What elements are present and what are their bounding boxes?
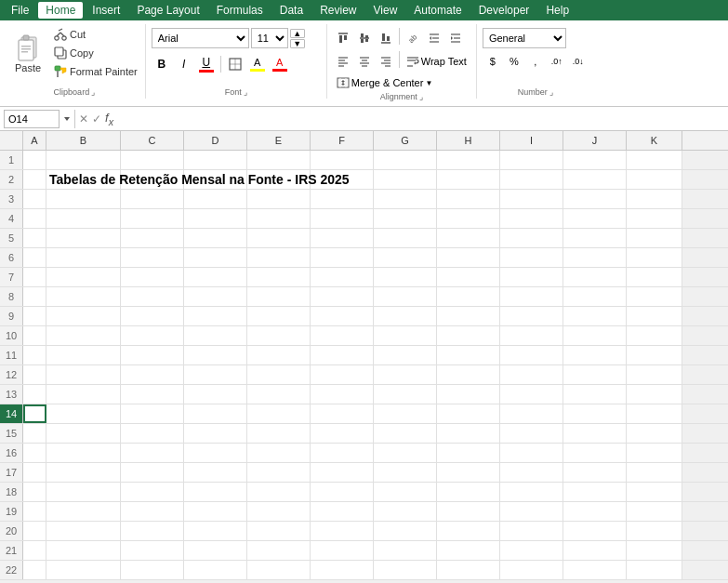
cell-11-I[interactable] (500, 346, 563, 364)
cancel-formula-icon[interactable]: ✕ (79, 113, 88, 126)
cell-9-E[interactable] (247, 307, 311, 325)
cell-15-J[interactable] (563, 424, 627, 443)
cell-13-E[interactable] (247, 385, 311, 404)
cell-20-J[interactable] (563, 522, 627, 540)
cell-19-J[interactable] (563, 502, 627, 521)
cell-14-F[interactable] (311, 404, 374, 423)
italic-button[interactable]: I (174, 54, 194, 74)
percent-button[interactable]: % (504, 51, 524, 72)
cell-20-H[interactable] (437, 522, 500, 540)
menu-item-automate[interactable]: Automate (406, 2, 469, 19)
col-header-g[interactable]: G (374, 131, 437, 150)
cell-15-G[interactable] (374, 424, 437, 443)
cell-19-I[interactable] (500, 502, 563, 521)
cell-15-I[interactable] (500, 424, 563, 443)
cell-18-H[interactable] (437, 483, 500, 501)
cell-5-F[interactable] (311, 229, 374, 247)
cell-16-J[interactable] (563, 444, 627, 462)
menu-item-page layout[interactable]: Page Layout (129, 2, 206, 19)
cell-15-B[interactable] (46, 424, 121, 443)
col-header-k[interactable]: K (627, 131, 682, 150)
cell-6-G[interactable] (374, 248, 437, 267)
row-num-8[interactable]: 8 (0, 287, 23, 306)
cell-11-K[interactable] (627, 346, 682, 364)
cell-7-C[interactable] (121, 268, 184, 286)
cell-9-I[interactable] (500, 307, 563, 325)
cell-17-E[interactable] (247, 463, 311, 482)
cell-16-I[interactable] (500, 444, 563, 462)
cell-13-I[interactable] (500, 385, 563, 404)
cell-13-B[interactable] (46, 385, 121, 404)
cell-16-K[interactable] (627, 444, 682, 462)
cell-13-H[interactable] (437, 385, 500, 404)
col-header-a[interactable]: A (23, 131, 46, 150)
font-expand-icon[interactable]: ⌟ (244, 87, 247, 97)
menu-item-insert[interactable]: Insert (85, 2, 127, 19)
cell-8-A[interactable] (23, 287, 46, 306)
cell-17-J[interactable] (563, 463, 627, 482)
cell-19-K[interactable] (627, 502, 682, 521)
cell-21-B[interactable] (46, 541, 121, 560)
menu-item-file[interactable]: File (4, 2, 36, 19)
cell-5-B[interactable] (46, 229, 121, 247)
cell-12-C[interactable] (121, 365, 184, 384)
cell-6-B[interactable] (46, 248, 121, 267)
decimal-decrease-button[interactable]: .0↓ (568, 51, 589, 72)
row-num-18[interactable]: 18 (0, 483, 23, 501)
cell-19-B[interactable] (46, 502, 121, 521)
col-header-h[interactable]: H (437, 131, 500, 150)
cell-8-C[interactable] (121, 287, 184, 306)
row-num-16[interactable]: 16 (0, 444, 23, 462)
cell-6-J[interactable] (563, 248, 627, 267)
row-num-2[interactable]: 2 (0, 170, 23, 189)
cell-2-I[interactable] (500, 170, 563, 189)
cell-10-B[interactable] (46, 326, 121, 345)
cell-7-E[interactable] (247, 268, 311, 286)
cell-17-A[interactable] (23, 463, 46, 482)
fill-color-button[interactable]: A (247, 54, 268, 74)
cell-11-A[interactable] (23, 346, 46, 364)
cell-11-H[interactable] (437, 346, 500, 364)
cell-9-F[interactable] (311, 307, 374, 325)
cell-12-A[interactable] (23, 365, 46, 384)
cell-2-B[interactable]: Tabelas de Retenção Mensal na Fonte - IR… (46, 170, 121, 189)
bold-button[interactable]: B (152, 54, 172, 74)
cell-10-J[interactable] (563, 326, 627, 345)
cell-9-A[interactable] (23, 307, 46, 325)
col-header-c[interactable]: C (121, 131, 184, 150)
cell-19-D[interactable] (184, 502, 247, 521)
merge-dropdown-icon[interactable]: ▼ (425, 79, 432, 87)
cell-12-G[interactable] (374, 365, 437, 384)
cell-7-J[interactable] (563, 268, 627, 286)
cell-18-D[interactable] (184, 483, 247, 501)
cell-4-E[interactable] (247, 209, 311, 228)
row-num-21[interactable]: 21 (0, 541, 23, 560)
menu-item-home[interactable]: Home (38, 2, 83, 19)
row-num-7[interactable]: 7 (0, 268, 23, 286)
cell-6-D[interactable] (184, 248, 247, 267)
cell-19-A[interactable] (23, 502, 46, 521)
cell-18-E[interactable] (247, 483, 311, 501)
cell-1-K[interactable] (627, 151, 682, 169)
cell-17-F[interactable] (311, 463, 374, 482)
cell-7-I[interactable] (500, 268, 563, 286)
cell-3-A[interactable] (23, 190, 46, 208)
cell-7-A[interactable] (23, 268, 46, 286)
cell-14-K[interactable] (627, 404, 682, 423)
border-button[interactable] (225, 54, 245, 74)
cell-12-I[interactable] (500, 365, 563, 384)
cell-10-K[interactable] (627, 326, 682, 345)
row-num-20[interactable]: 20 (0, 522, 23, 540)
cell-14-G[interactable] (374, 404, 437, 423)
alignment-expand-icon[interactable]: ⌟ (419, 92, 423, 101)
cell-10-E[interactable] (247, 326, 311, 345)
cell-22-H[interactable] (437, 561, 500, 579)
cell-4-C[interactable] (121, 209, 184, 228)
align-center-button[interactable] (354, 51, 375, 72)
cell-8-H[interactable] (437, 287, 500, 306)
col-header-d[interactable]: D (184, 131, 247, 150)
cell-7-F[interactable] (311, 268, 374, 286)
cell-20-D[interactable] (184, 522, 247, 540)
cell-10-D[interactable] (184, 326, 247, 345)
cell-13-G[interactable] (374, 385, 437, 404)
